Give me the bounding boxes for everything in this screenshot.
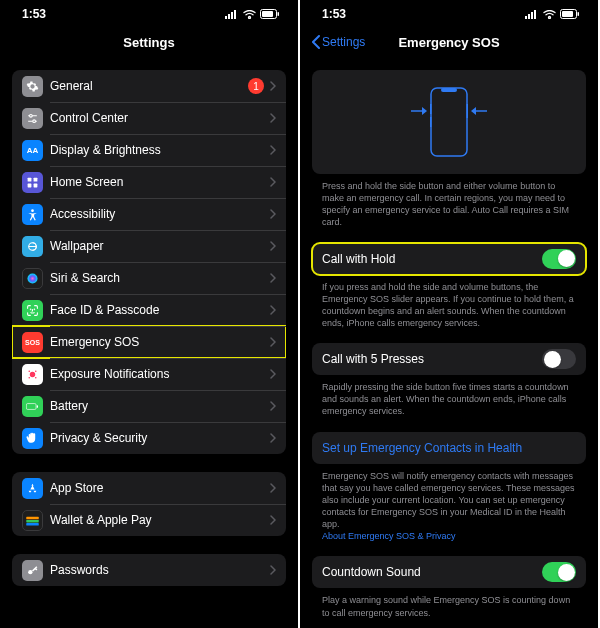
back-button[interactable]: Settings bbox=[312, 35, 365, 49]
svg-point-10 bbox=[33, 119, 36, 122]
row-label: Countdown Sound bbox=[322, 565, 542, 579]
svg-rect-36 bbox=[562, 11, 573, 17]
contacts-footer: Emergency SOS will notify emergency cont… bbox=[312, 470, 586, 543]
sos-illustration bbox=[312, 70, 586, 174]
svg-rect-12 bbox=[34, 177, 38, 181]
svg-rect-11 bbox=[28, 177, 32, 181]
row-call-hold[interactable]: Call with Hold bbox=[312, 243, 586, 275]
svg-rect-13 bbox=[28, 183, 32, 187]
row-control-center[interactable]: Control Center bbox=[12, 102, 286, 134]
svg-rect-34 bbox=[534, 10, 536, 19]
settings-group-3: Passwords bbox=[12, 554, 286, 586]
call-presses-group: Call with 5 Presses bbox=[312, 343, 586, 375]
svg-rect-31 bbox=[525, 16, 527, 19]
chevron-right-icon bbox=[270, 113, 276, 123]
countdown-group: Countdown Sound bbox=[312, 556, 586, 588]
text-size-icon: AA bbox=[22, 140, 43, 161]
svg-point-8 bbox=[30, 114, 33, 117]
key-icon bbox=[22, 560, 43, 581]
row-siri[interactable]: Siri & Search bbox=[12, 262, 286, 294]
row-wallpaper[interactable]: Wallpaper bbox=[12, 230, 286, 262]
svg-rect-38 bbox=[431, 88, 467, 156]
row-label: Wallet & Apple Pay bbox=[50, 513, 270, 527]
row-wallet[interactable]: Wallet & Apple Pay bbox=[12, 504, 286, 536]
about-privacy-link[interactable]: About Emergency SOS & Privacy bbox=[322, 531, 456, 541]
row-label: Call with 5 Presses bbox=[322, 352, 542, 366]
svg-rect-37 bbox=[578, 12, 580, 16]
row-faceid[interactable]: Face ID & Passcode bbox=[12, 294, 286, 326]
row-countdown[interactable]: Countdown Sound bbox=[312, 556, 586, 588]
row-label: General bbox=[50, 79, 248, 93]
status-time: 1:53 bbox=[22, 7, 46, 21]
call-presses-switch[interactable] bbox=[542, 349, 576, 369]
setup-contacts-group: Set up Emergency Contacts in Health bbox=[312, 432, 586, 464]
settings-list[interactable]: General 1 Control Center AA Display & Br… bbox=[0, 56, 298, 628]
svg-rect-14 bbox=[34, 183, 38, 187]
page-title: Emergency SOS bbox=[398, 35, 499, 50]
row-passwords[interactable]: Passwords bbox=[12, 554, 286, 586]
settings-screen: 1:53 Settings General 1 Control Center A… bbox=[0, 0, 300, 628]
countdown-footer: Play a warning sound while Emergency SOS… bbox=[312, 594, 586, 618]
settings-group-1: General 1 Control Center AA Display & Br… bbox=[12, 70, 286, 454]
row-label: Emergency SOS bbox=[50, 335, 270, 349]
status-time: 1:53 bbox=[322, 7, 346, 21]
svg-point-23 bbox=[28, 376, 30, 378]
row-label: Display & Brightness bbox=[50, 143, 270, 157]
svg-point-18 bbox=[30, 309, 31, 310]
status-indicators bbox=[525, 9, 580, 19]
svg-point-15 bbox=[31, 209, 34, 212]
status-bar: 1:53 bbox=[0, 0, 298, 28]
back-label: Settings bbox=[322, 35, 365, 49]
sos-content[interactable]: Press and hold the side button and eithe… bbox=[300, 56, 598, 628]
row-label: Accessibility bbox=[50, 207, 270, 221]
row-general[interactable]: General 1 bbox=[12, 70, 286, 102]
chevron-right-icon bbox=[270, 305, 276, 315]
row-label: Face ID & Passcode bbox=[50, 303, 270, 317]
chevron-right-icon bbox=[270, 273, 276, 283]
row-battery[interactable]: Battery bbox=[12, 390, 286, 422]
svg-rect-41 bbox=[430, 117, 432, 127]
row-call-presses[interactable]: Call with 5 Presses bbox=[312, 343, 586, 375]
row-exposure[interactable]: Exposure Notifications bbox=[12, 358, 286, 390]
row-privacy[interactable]: Privacy & Security bbox=[12, 422, 286, 454]
row-accessibility[interactable]: Accessibility bbox=[12, 198, 286, 230]
chevron-right-icon bbox=[270, 177, 276, 187]
svg-point-19 bbox=[34, 309, 35, 310]
row-label: Passwords bbox=[50, 563, 270, 577]
row-display[interactable]: AA Display & Brightness bbox=[12, 134, 286, 166]
status-indicators bbox=[225, 9, 280, 19]
chevron-right-icon bbox=[270, 145, 276, 155]
faceid-icon bbox=[22, 300, 43, 321]
call-presses-footer: Rapidly pressing the side button five ti… bbox=[312, 381, 586, 417]
wallet-icon bbox=[22, 510, 43, 531]
row-setup-contacts[interactable]: Set up Emergency Contacts in Health bbox=[312, 432, 586, 464]
svg-rect-32 bbox=[528, 14, 530, 19]
countdown-switch[interactable] bbox=[542, 562, 576, 582]
svg-rect-33 bbox=[531, 12, 533, 19]
row-label: Wallpaper bbox=[50, 239, 270, 253]
row-home-screen[interactable]: Home Screen bbox=[12, 166, 286, 198]
row-appstore[interactable]: App Store bbox=[12, 472, 286, 504]
chevron-right-icon bbox=[270, 433, 276, 443]
status-bar: 1:53 bbox=[300, 0, 598, 28]
gear-icon bbox=[22, 76, 43, 97]
chevron-right-icon bbox=[270, 241, 276, 251]
svg-point-30 bbox=[28, 569, 32, 573]
svg-rect-29 bbox=[26, 523, 39, 526]
chevron-right-icon bbox=[270, 209, 276, 219]
row-label: Control Center bbox=[50, 111, 270, 125]
hand-icon bbox=[22, 428, 43, 449]
wallpaper-icon bbox=[22, 236, 43, 257]
row-label: Exposure Notifications bbox=[50, 367, 270, 381]
chevron-right-icon bbox=[270, 81, 276, 91]
svg-rect-25 bbox=[26, 403, 36, 409]
svg-rect-1 bbox=[228, 14, 230, 19]
wifi-icon bbox=[243, 10, 256, 19]
row-label: Set up Emergency Contacts in Health bbox=[322, 441, 576, 455]
illustration-footer: Press and hold the side button and eithe… bbox=[312, 180, 586, 229]
call-hold-switch[interactable] bbox=[542, 249, 576, 269]
chevron-right-icon bbox=[270, 483, 276, 493]
row-label: Call with Hold bbox=[322, 252, 542, 266]
chevron-right-icon bbox=[270, 565, 276, 575]
row-emergency-sos[interactable]: SOS Emergency SOS bbox=[12, 326, 286, 358]
